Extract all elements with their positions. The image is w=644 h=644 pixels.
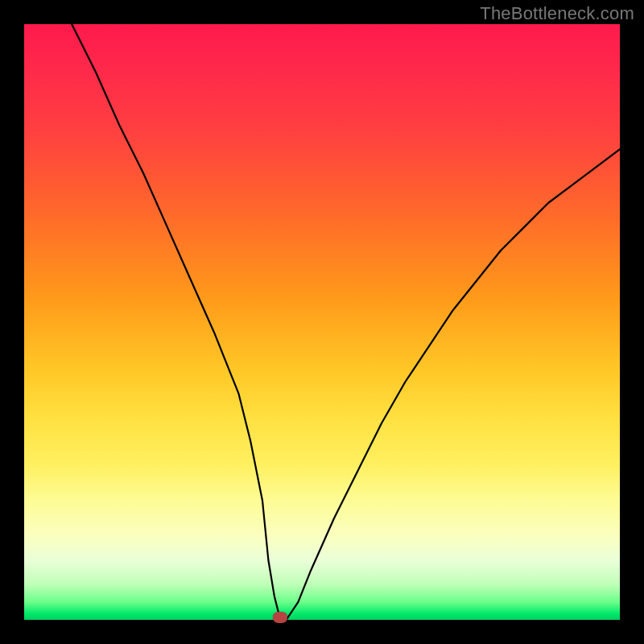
watermark-text: TheBottleneck.com xyxy=(480,3,634,24)
bottleneck-curve xyxy=(24,24,620,620)
chart-frame: TheBottleneck.com xyxy=(0,0,644,644)
bottleneck-curve-path xyxy=(72,24,620,620)
plot-area xyxy=(24,24,620,620)
optimal-point-marker xyxy=(273,612,287,623)
